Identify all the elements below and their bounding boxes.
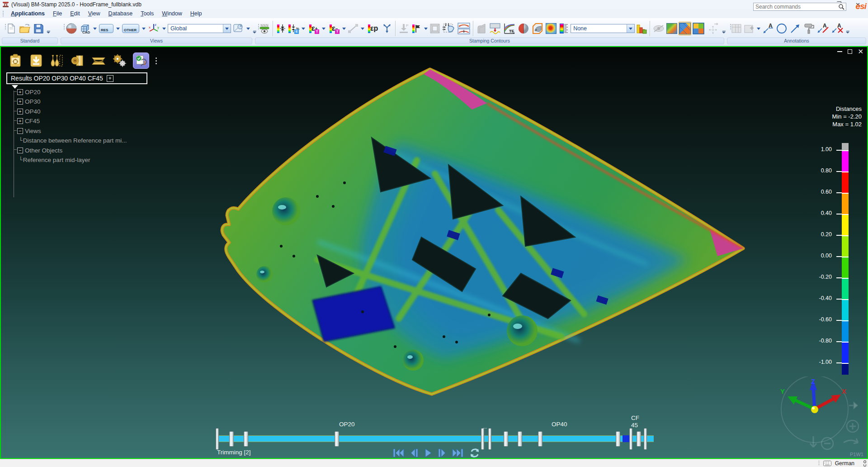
contour-select[interactable]: None	[571, 24, 635, 33]
blank-outline-button[interactable]	[259, 22, 270, 35]
hide-contour-button[interactable]	[652, 22, 665, 35]
legend-band	[842, 214, 849, 235]
play-button[interactable]	[424, 448, 432, 458]
menu-help[interactable]: Help	[186, 10, 206, 18]
plastic-strain-button[interactable]: εp	[366, 22, 380, 35]
annotation-table-button[interactable]	[731, 22, 742, 35]
hood-model[interactable]	[1, 47, 867, 458]
timeline-marker[interactable]	[518, 431, 522, 447]
menu-applications[interactable]: Applications	[7, 10, 49, 18]
timeline-marker[interactable]	[335, 431, 339, 447]
loop-button[interactable]	[469, 447, 481, 459]
menu-database[interactable]: Database	[104, 10, 137, 18]
render-mode-button[interactable]	[65, 22, 78, 35]
view-style-button[interactable]	[232, 22, 244, 35]
timeline-marker[interactable]	[229, 431, 234, 447]
axis-system-button[interactable]: zxy	[147, 22, 160, 35]
blank-frame-button[interactable]	[429, 22, 441, 35]
menu-edit[interactable]: Edit	[66, 10, 84, 18]
save-button[interactable]	[33, 22, 44, 35]
thickness-contour-button[interactable]	[275, 22, 287, 35]
section-contour-button[interactable]	[488, 22, 502, 35]
timeline-marker[interactable]	[644, 428, 647, 450]
timeline-marker[interactable]	[616, 431, 620, 447]
delete-annotation-button[interactable]: A	[830, 22, 844, 35]
heatmap-button[interactable]	[545, 22, 557, 35]
contour-select-arrow[interactable]	[627, 24, 634, 33]
new-document-button[interactable]	[5, 22, 17, 35]
group-overflow-button[interactable]	[46, 22, 51, 35]
frame-select-arrow[interactable]	[223, 24, 231, 33]
add-annotation-table-button[interactable]	[743, 22, 755, 35]
thinning-contour-button[interactable]: %E	[288, 22, 300, 35]
view-navigation[interactable]: Z X Y	[769, 376, 866, 457]
distance-measure-button[interactable]	[347, 22, 359, 35]
last-frame-button[interactable]	[452, 448, 464, 458]
group-overflow-button[interactable]	[845, 22, 850, 35]
add-table-icon	[744, 24, 755, 33]
pan-view-button[interactable]	[706, 22, 720, 35]
timeline-marker[interactable]	[504, 431, 508, 447]
thinning-dropdown[interactable]	[301, 22, 306, 35]
split-contour-button[interactable]	[679, 22, 691, 35]
timeline-marker[interactable]	[637, 431, 641, 447]
axes-dropdown[interactable]	[161, 22, 166, 35]
open-file-button[interactable]	[19, 22, 31, 35]
search-icon[interactable]	[838, 3, 845, 10]
fit-blank-button[interactable]	[442, 22, 456, 35]
quality-flag-button[interactable]	[410, 22, 422, 35]
minor-strain-button[interactable]: ε−T	[327, 22, 340, 35]
legend-band	[842, 342, 849, 363]
contour-scale-button[interactable]	[558, 22, 570, 35]
minor-strain-dropdown[interactable]	[341, 22, 346, 35]
keyboard-language-label[interactable]: German	[835, 460, 854, 467]
ellipse-annotation-button[interactable]	[775, 22, 788, 35]
statusbar: German	[0, 459, 868, 467]
springback-button[interactable]	[457, 22, 471, 35]
cad-visibility-button[interactable]: CAD	[79, 22, 91, 35]
search-input[interactable]	[754, 4, 838, 10]
edit-annotation-button[interactable]: A	[816, 22, 830, 35]
timeline-marker[interactable]	[488, 428, 491, 450]
cad-dropdown[interactable]	[92, 22, 97, 35]
menu-window[interactable]: Window	[158, 10, 186, 18]
timeline-bar[interactable]	[217, 435, 654, 442]
trim-line-button[interactable]	[381, 22, 393, 35]
menu-view[interactable]: View	[84, 10, 104, 18]
res-visibility-button[interactable]: RES	[99, 22, 114, 35]
quad-contour-button[interactable]	[692, 22, 705, 35]
full-contour-button[interactable]	[666, 22, 678, 35]
arrow-annotation-button[interactable]	[789, 22, 802, 35]
quality-flag-dropdown[interactable]	[423, 22, 428, 35]
histogram-button[interactable]	[636, 22, 647, 35]
distance-dropdown[interactable]	[360, 22, 365, 35]
format-painter-button[interactable]	[802, 22, 815, 35]
other-dropdown[interactable]	[141, 22, 146, 35]
timeline-marker[interactable]	[538, 431, 542, 447]
part-window-button[interactable]	[531, 22, 544, 35]
other-visibility-button[interactable]: OTHER	[122, 22, 140, 35]
frame-select[interactable]: Global	[168, 24, 231, 33]
material-sphere-button[interactable]	[517, 22, 530, 35]
timeline-marker[interactable]	[481, 428, 484, 450]
timeline-marker[interactable]	[244, 431, 248, 447]
leader-text-button[interactable]: A	[762, 22, 774, 35]
input-indicator-icon[interactable]	[863, 460, 867, 467]
res-dropdown[interactable]	[115, 22, 120, 35]
menu-file[interactable]: File	[49, 10, 66, 18]
fld-curve-button[interactable]: TF	[503, 22, 516, 35]
profile-button[interactable]	[476, 22, 487, 35]
press-force-button[interactable]: P	[398, 22, 410, 35]
menu-tools[interactable]: Tools	[137, 10, 158, 18]
major-strain-button[interactable]: ε+T	[307, 22, 320, 35]
annotation-table-dropdown[interactable]	[756, 22, 761, 35]
timeline-marker[interactable]	[629, 428, 632, 450]
res-label: RES	[101, 28, 108, 32]
timeline-marker[interactable]	[216, 428, 219, 450]
step-forward-button[interactable]	[437, 448, 447, 458]
view-style-dropdown[interactable]	[245, 22, 250, 35]
viewport-3d[interactable]: ✕ ! Results OP20 OP30 OP40 CF45 + +OP20 …	[0, 46, 868, 459]
first-frame-button[interactable]	[392, 448, 404, 458]
major-strain-dropdown[interactable]	[321, 22, 326, 35]
step-back-button[interactable]	[409, 448, 419, 458]
